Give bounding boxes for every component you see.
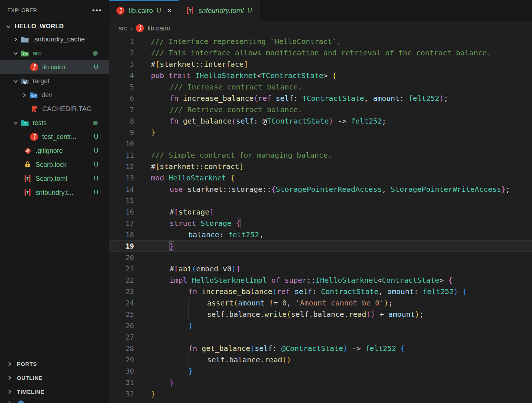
code-line-16: 16#[storage] — [109, 206, 532, 217]
indent-guide — [151, 195, 170, 206]
code-token: # — [170, 264, 174, 273]
sidebar-item-cachedir-tag[interactable]: CACHEDIR.TAG — [0, 102, 109, 116]
code-line-8: 8fn get_balance(self: @TContractState) -… — [109, 115, 532, 127]
changes-dot — [93, 51, 98, 56]
code-token: -> — [333, 117, 351, 125]
indent-guide — [151, 92, 170, 104]
code-token: self — [207, 310, 225, 319]
code-token: get_balance — [202, 344, 250, 353]
file-label: .snfoundry_cache — [33, 36, 85, 43]
line-number: 8 — [109, 117, 134, 125]
sidebar-item-dev[interactable]: </>dev — [0, 88, 109, 102]
sidebar-item--snfoundry-cache[interactable]: .snfoundry_cache — [0, 32, 109, 46]
code-token: /// This interface allows modification a… — [151, 48, 491, 57]
code-token: < — [257, 71, 261, 80]
code-token: write — [265, 310, 287, 319]
code-line-18: 18balance: felt252, — [109, 229, 532, 240]
sidebar-item-scarb-lock[interactable]: Scarb.lockU — [0, 158, 109, 172]
sidebar-root-folder[interactable]: HELLO_WORLD — [0, 21, 109, 32]
sidebar-item-target[interactable]: target — [0, 74, 109, 88]
more-actions-icon[interactable]: ••• — [92, 8, 102, 12]
code-token: felt252 — [351, 117, 382, 125]
code-token: /// Retrieve contract balance. — [170, 105, 302, 114]
code-token: fn — [170, 94, 178, 103]
file-label: lib.cairo — [42, 63, 65, 71]
sidebar-item-test-contr-[interactable]: test_contr...U — [0, 130, 109, 144]
code-token: ] — [209, 208, 214, 216]
indent-guide — [170, 320, 188, 331]
file-label: src — [33, 50, 41, 57]
code-line-11: 11/// Simple contract for managing balan… — [109, 149, 532, 161]
code-token: ; — [382, 117, 386, 125]
code-token: balance — [188, 230, 219, 239]
close-icon[interactable]: × — [167, 7, 172, 14]
line-number: 11 — [109, 151, 134, 159]
code-token: } — [170, 242, 174, 250]
chevron-right-icon — [20, 92, 29, 98]
code-token: ) — [439, 94, 444, 103]
code-token: ( — [254, 94, 258, 103]
code-token: StoragePointerWriteAccess — [391, 185, 501, 194]
root-folder-label: HELLO_WORLD — [15, 23, 64, 30]
line-number: 5 — [109, 83, 134, 91]
code-token: [ — [155, 162, 160, 171]
indent-guide — [188, 308, 207, 320]
file-label: dev — [41, 91, 52, 99]
code-token: balance — [229, 355, 260, 364]
sidebar-item-tests[interactable]: tests — [0, 116, 109, 130]
code-token: read — [348, 310, 366, 319]
code-token: trait — [169, 71, 191, 80]
code-token: } — [501, 185, 506, 194]
code-line-14: 14use starknet::storage::{StoragePointer… — [109, 183, 532, 195]
code-token: () — [282, 355, 291, 364]
breadcrumb-src[interactable]: src — [119, 25, 127, 32]
sidebar-item-lib-cairo[interactable]: lib.cairoU — [0, 60, 109, 74]
chevron-down-icon — [4, 24, 12, 29]
indent-guide — [151, 229, 170, 240]
sidebar-item-scarb-toml[interactable]: TScarb.tomlU — [0, 172, 109, 186]
code-token: read — [265, 355, 282, 364]
code-token: # — [151, 162, 155, 171]
code-token: amount — [373, 94, 399, 103]
code-token: . — [225, 310, 229, 319]
code-token: : — [399, 94, 408, 103]
code-token: felt252 — [228, 230, 259, 239]
line-number: 4 — [109, 72, 134, 80]
code-line-24: 24assert(amount != 0, 'Amount cannot be … — [109, 297, 532, 308]
code-line-25: 25self.balance.write(self.balance.read()… — [109, 308, 532, 320]
line-number: 19 — [109, 242, 134, 250]
sidebar-section-timeline[interactable]: TIMELINE — [0, 385, 109, 399]
code-token: 0 — [282, 298, 287, 307]
breadcrumb-file[interactable]: lib.cairo — [135, 23, 170, 33]
sidebar-section-partial[interactable] — [0, 399, 109, 403]
code-line-21: 21#[abi(embed_v0)] — [109, 263, 532, 274]
code-line-6: 6fn increase_balance(ref self: TContract… — [109, 92, 532, 104]
code-token — [396, 344, 401, 353]
code-token: ; — [419, 310, 424, 319]
sidebar-section-outline[interactable]: OUTLINE — [0, 371, 109, 385]
code-token: storage — [178, 208, 209, 216]
tab-lib-cairo[interactable]: lib.cairo U × — [109, 0, 179, 21]
code-token — [196, 219, 200, 228]
git-status-badge: U — [94, 189, 98, 196]
indent-guide — [151, 183, 170, 195]
sidebar-item-snfoundry-t-[interactable]: Tsnfoundry.t...U — [0, 186, 109, 199]
chevron-down-icon — [11, 51, 20, 56]
indent-guide — [151, 377, 170, 388]
sidebar-item-src[interactable]: </>src — [0, 46, 109, 60]
code-token: fn — [188, 344, 197, 353]
sidebar-section-ports[interactable]: PORTS — [0, 357, 109, 371]
code-editor[interactable]: 1/// Interface representing `HelloContra… — [109, 36, 532, 403]
sidebar-item--gitignore[interactable]: .gitignoreU — [0, 144, 109, 158]
line-number: 6 — [109, 94, 134, 102]
chevron-down-icon — [11, 120, 20, 126]
code-token — [197, 287, 202, 296]
indent-guide — [188, 297, 207, 308]
svg-text:</>: </> — [31, 94, 37, 97]
code-token — [183, 185, 187, 194]
code-token: [ — [174, 264, 178, 273]
code-token: impl — [170, 276, 187, 285]
tab-snfoundry-toml[interactable]: T snfoundry.toml U — [179, 0, 259, 21]
code-token: @ContractState — [281, 344, 343, 353]
toml-icon: T — [23, 188, 32, 197]
